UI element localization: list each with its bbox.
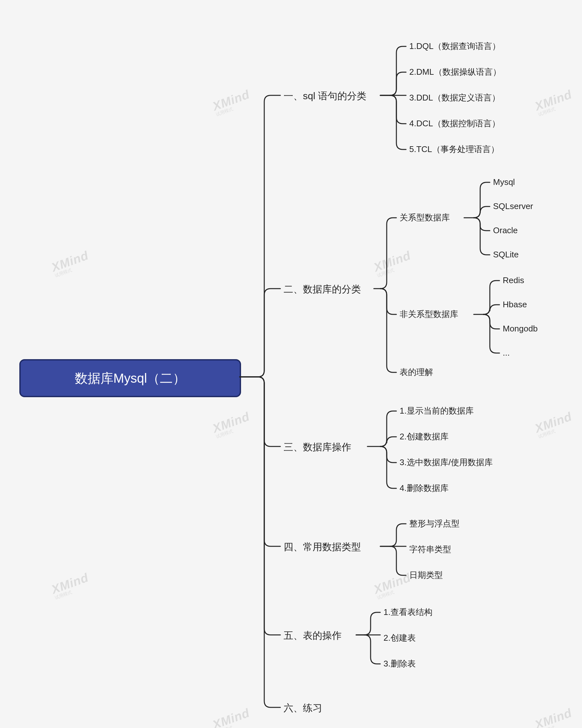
branch-1-child-2[interactable]: 2.DML（数据操纵语言） <box>409 67 501 77</box>
branch-3-child-3[interactable]: 3.选中数据库/使用数据库 <box>400 458 493 467</box>
branch-3-child-1[interactable]: 1.显示当前的数据库 <box>400 406 474 416</box>
branch-5-child-1[interactable]: 1.查看表结构 <box>383 607 432 617</box>
branch-2[interactable]: 二、数据库的分类 <box>284 284 361 295</box>
branch-5-child-3[interactable]: 3.删除表 <box>383 659 416 669</box>
branch-4-child-3[interactable]: 日期类型 <box>409 570 443 580</box>
watermark: XMind试用模式 <box>211 706 253 728</box>
branch-4[interactable]: 四、常用数据类型 <box>284 541 361 553</box>
branch-4-child-2[interactable]: 字符串类型 <box>409 544 451 554</box>
watermark: XMind试用模式 <box>50 249 92 279</box>
watermark: XMind试用模式 <box>211 410 253 440</box>
watermark: XMind试用模式 <box>533 87 575 118</box>
watermark: XMind试用模式 <box>372 249 414 279</box>
branch-3-child-4[interactable]: 4.删除数据库 <box>400 483 449 493</box>
branch-3[interactable]: 三、数据库操作 <box>284 441 351 453</box>
branch-2-child-3[interactable]: 表的理解 <box>400 367 433 377</box>
branch-3-child-2[interactable]: 2.创建数据库 <box>400 432 449 442</box>
branch-2-2-child-4[interactable]: ... <box>503 348 510 358</box>
branch-2-1-child-1[interactable]: Mysql <box>493 177 515 187</box>
branch-2-1-child-2[interactable]: SQLserver <box>493 201 533 211</box>
watermark: XMind试用模式 <box>533 706 575 728</box>
watermark: XMind试用模式 <box>50 571 92 601</box>
branch-5[interactable]: 五、表的操作 <box>284 630 341 641</box>
mindmap-canvas: XMind试用模式 XMind试用模式 XMind试用模式 XMind试用模式 … <box>0 0 582 728</box>
branch-2-2-child-2[interactable]: Hbase <box>503 300 527 310</box>
root-node[interactable]: 数据库Mysql（二） <box>19 359 241 397</box>
branch-6[interactable]: 六、练习 <box>284 702 322 714</box>
branch-5-child-2[interactable]: 2.创建表 <box>383 633 416 643</box>
branch-2-child-1[interactable]: 关系型数据库 <box>400 213 450 223</box>
branch-2-2-child-1[interactable]: Redis <box>503 276 524 285</box>
branch-1-child-5[interactable]: 5.TCL（事务处理语言） <box>409 144 499 154</box>
branch-1[interactable]: 一、sql 语句的分类 <box>284 90 366 102</box>
branch-4-child-1[interactable]: 整形与浮点型 <box>409 519 459 528</box>
branch-1-child-3[interactable]: 3.DDL（数据定义语言） <box>409 93 500 103</box>
branch-2-1-child-3[interactable]: Oracle <box>493 226 518 235</box>
watermark: XMind试用模式 <box>211 87 253 118</box>
branch-2-child-2[interactable]: 非关系型数据库 <box>400 309 458 319</box>
branch-1-child-4[interactable]: 4.DCL（数据控制语言） <box>409 119 500 129</box>
watermark: XMind试用模式 <box>533 410 575 440</box>
root-label: 数据库Mysql（二） <box>75 369 186 387</box>
branch-2-1-child-4[interactable]: SQLite <box>493 250 519 260</box>
watermark: XMind试用模式 <box>372 571 414 601</box>
branch-1-child-1[interactable]: 1.DQL（数据查询语言） <box>409 41 501 51</box>
branch-2-2-child-3[interactable]: Mongodb <box>503 324 537 334</box>
